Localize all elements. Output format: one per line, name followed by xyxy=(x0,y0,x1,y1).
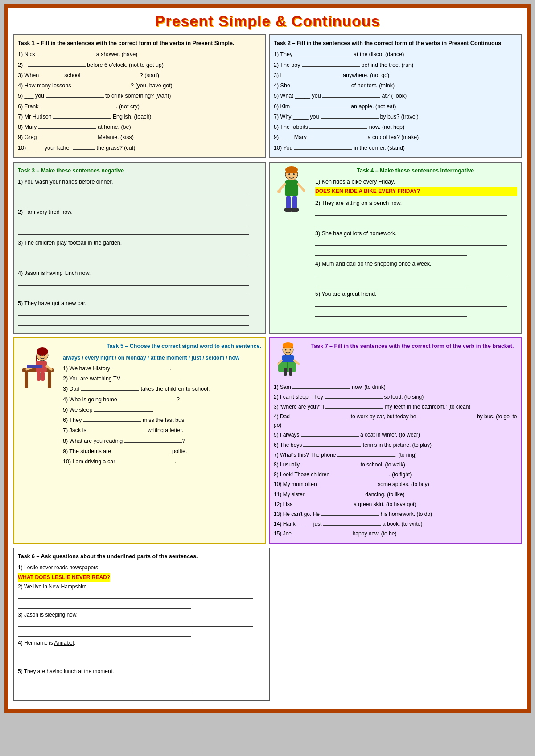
svg-rect-20 xyxy=(41,372,45,381)
answer-line xyxy=(18,310,249,316)
svg-point-30 xyxy=(285,349,287,351)
task5-inner: Task 5 – Choose the correct signal word … xyxy=(18,342,261,467)
list-item: 7) Mr Hudson English. (teach) xyxy=(18,112,261,122)
svg-rect-14 xyxy=(48,372,51,388)
list-item: 2) I can't sleep. They so loud. (to sing… xyxy=(274,392,517,401)
list-item: 9) ____ Mary a cup of tea? (make) xyxy=(274,133,517,142)
answer-line xyxy=(18,249,249,255)
svg-rect-18 xyxy=(27,365,42,368)
row4-spacer xyxy=(274,548,522,702)
list-item: 10) My mum often some apples. (to buy) xyxy=(274,480,517,489)
svg-rect-13 xyxy=(25,372,28,388)
task7-box: Task 7 – Fill in the sentences with the … xyxy=(269,337,522,544)
list-item: 9) The students are polite. xyxy=(63,447,261,456)
task7-header: Task 7 – Fill in the sentences with the … xyxy=(274,342,517,380)
svg-point-10 xyxy=(293,173,295,175)
task5-title: Task 5 – Choose the correct signal word … xyxy=(63,342,261,351)
svg-line-4 xyxy=(298,184,304,191)
list-item: 12) Lisa a green skirt. (to have got) xyxy=(274,500,517,509)
list-item: 1) Nick a shower. (have) xyxy=(18,50,261,59)
task7-title: Task 7 – Fill in the sentences with the … xyxy=(308,342,517,351)
list-item: 2) The boy behind the tree. (run) xyxy=(274,61,517,70)
page-content: Present Simple & Continuous Task 1 – Fil… xyxy=(8,8,527,709)
answer-line xyxy=(18,259,249,265)
task4-box: Task 4 – Make these sentences interrogat… xyxy=(269,162,522,334)
task7-title-area: Task 7 – Fill in the sentences with the … xyxy=(308,342,517,380)
svg-point-22 xyxy=(44,355,45,356)
list-item: 7) Why _____ you by bus? (travel) xyxy=(274,112,517,122)
row3: Task 5 – Choose the correct signal word … xyxy=(13,337,522,544)
list-item: 3) She has got lots of homework. xyxy=(315,229,517,238)
svg-rect-28 xyxy=(284,368,287,376)
answer-line xyxy=(18,687,191,693)
list-item: 4) Mum and dad do the shopping once a we… xyxy=(315,259,517,269)
svg-point-1 xyxy=(285,166,298,173)
svg-line-3 xyxy=(279,184,285,191)
task5-signal-words: always / every night / on Monday / at th… xyxy=(63,353,261,362)
list-item: 10) _____ your father the grass? (cut) xyxy=(18,143,261,153)
answer-line xyxy=(18,198,249,204)
list-item: 11) My sister dancing. (to like) xyxy=(274,490,517,499)
svg-point-24 xyxy=(283,342,293,348)
list-item: 3) Dad takes the children to school. xyxy=(63,384,261,394)
task3-title: Task 3 – Make these sentences negative. xyxy=(18,166,261,176)
list-item: 4) Who is going home ? xyxy=(63,395,261,405)
row4: Task 6 – Ask questions about the underli… xyxy=(13,548,522,702)
list-item: 5) You are a great friend. xyxy=(315,290,517,299)
list-item: 4) How many lessons ? (you, have got) xyxy=(18,81,261,90)
task4-figure xyxy=(274,166,312,320)
task4-example: 1) Ken rides a bike every Friday. DOES K… xyxy=(315,177,517,196)
task5-content: Task 5 – Choose the correct signal word … xyxy=(63,342,261,467)
list-item: 6) They miss the last bus. xyxy=(63,416,261,425)
svg-point-8 xyxy=(290,208,299,212)
task6-title: Task 6 – Ask questions about the underli… xyxy=(18,552,266,561)
list-item: 5) ___ you to drink something? (want) xyxy=(18,91,261,101)
svg-point-11 xyxy=(277,190,281,193)
task3-box: Task 3 – Make these sentences negative. … xyxy=(13,162,266,334)
answer-line xyxy=(18,279,249,286)
list-item: 1) You wash your hands before dinner. xyxy=(18,177,261,187)
answer-line xyxy=(18,677,253,683)
answer-line xyxy=(18,602,191,609)
example-answer: DOES KEN RIDE A BIKE EVERY FRIDAY? xyxy=(315,187,517,196)
list-item: 8) Mary at home. (be) xyxy=(18,123,261,132)
list-item: 1) They at the disco. (dance) xyxy=(274,50,517,59)
list-item: 9) Greg Melanie. (kiss) xyxy=(18,133,261,142)
task5-svg xyxy=(18,342,58,391)
task4-content: Task 4 – Make these sentences interrogat… xyxy=(315,166,517,320)
list-item: 5) What _____ you at? ( look) xyxy=(274,91,517,101)
svg-point-31 xyxy=(290,349,291,351)
list-item: 4) Her name is Annabel. xyxy=(18,638,266,647)
list-item: 3) When school ? (start) xyxy=(18,71,261,80)
list-item: 14) Hank _____ just a book. (to write) xyxy=(274,519,517,528)
answer-line xyxy=(18,659,191,665)
list-item: 8) The rabbits now. (not hop) xyxy=(274,123,517,132)
list-item: 15) Joe happy now. (to be) xyxy=(274,529,517,538)
svg-rect-5 xyxy=(286,196,291,209)
answer-line xyxy=(18,649,253,655)
task1-box: Task 1 – Fill in the sentences with the … xyxy=(13,34,266,158)
svg-rect-29 xyxy=(289,368,292,376)
list-item: 2) We live in New Hampshire. xyxy=(18,582,266,591)
answer-line xyxy=(315,301,507,307)
answer-line xyxy=(18,593,253,599)
list-item: 10) I am driving a car . xyxy=(63,457,261,466)
list-item: 4) Dad to work by car, but today he by b… xyxy=(274,412,517,429)
page-wrapper: Present Simple & Continuous Task 1 – Fil… xyxy=(4,4,531,713)
task1-sentences: 1) Nick a shower. (have) 2) I before 6 o… xyxy=(18,50,261,153)
svg-rect-2 xyxy=(285,180,298,196)
task7-figure xyxy=(274,342,305,380)
answer-line xyxy=(18,630,191,637)
answer-line xyxy=(315,270,507,276)
list-item: 6) Frank . (not cry) xyxy=(18,102,261,111)
svg-point-16 xyxy=(37,347,48,356)
list-item: 7) What's this? The phone . (to ring) xyxy=(274,450,517,459)
row2: Task 3 – Make these sentences negative. … xyxy=(13,162,522,334)
task6-sentences: 1) Leslie never reads newspapers. WHAT D… xyxy=(18,563,266,693)
task4-inner: Task 4 – Make these sentences interrogat… xyxy=(274,166,517,320)
answer-line xyxy=(18,319,249,326)
list-item: 4) She of her test. (think) xyxy=(274,81,517,90)
task7-svg xyxy=(274,342,303,377)
task1-title: Task 1 – Fill in the sentences with the … xyxy=(18,39,261,48)
list-item: 13) He can't go. He his homework. (to do… xyxy=(274,510,517,519)
